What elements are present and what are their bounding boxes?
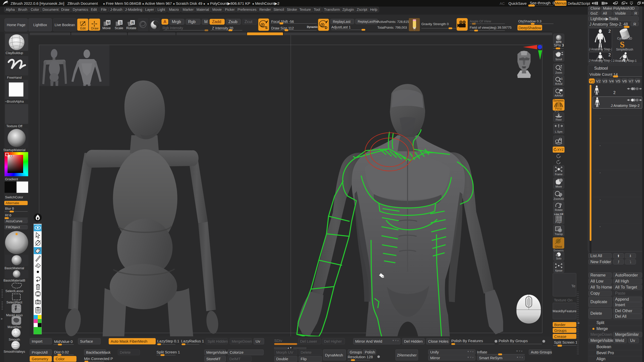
svg-text:Y: Y — [559, 156, 561, 158]
svg-text:x1: x1 — [560, 77, 563, 80]
svg-text:S: S — [119, 20, 122, 25]
svg-text:z: z — [559, 162, 560, 164]
svg-text:Scale: Scale — [115, 26, 123, 30]
svg-text:Draw: Draw — [91, 27, 99, 30]
svg-text:Move: Move — [102, 26, 111, 30]
svg-text:Edit: Edit — [80, 27, 86, 30]
svg-text:Rotate: Rotate — [126, 26, 136, 30]
svg-text:R: R — [131, 20, 134, 25]
svg-text:D: D — [325, 26, 327, 30]
svg-text:S: S — [265, 26, 267, 30]
svg-text:M: M — [107, 20, 110, 25]
